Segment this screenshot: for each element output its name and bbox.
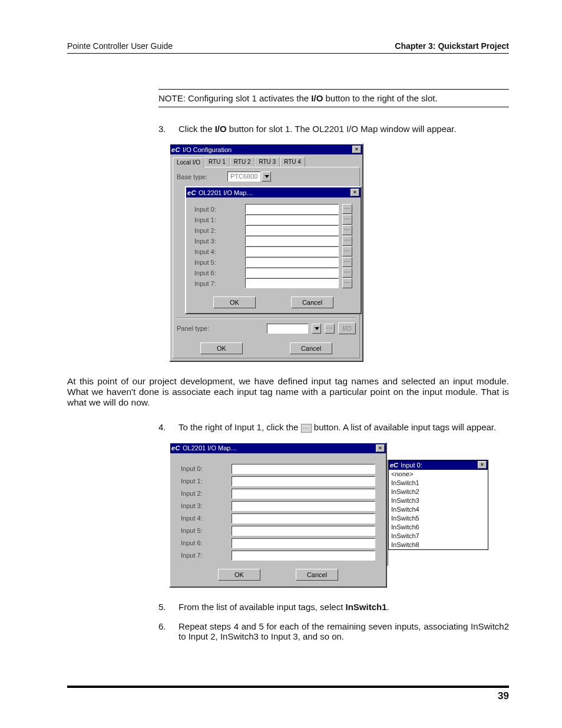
io-map-titlebar[interactable]: eC OL2201 I/O Map… × bbox=[186, 187, 361, 197]
io-config-titlebar[interactable]: eC I/O Configuration × bbox=[170, 144, 362, 154]
input-3-browse[interactable]: ··· bbox=[342, 236, 352, 246]
input-0-field[interactable] bbox=[245, 204, 339, 214]
input-2-label: Input 2: bbox=[194, 227, 242, 234]
step-6-num: 6. bbox=[158, 621, 169, 641]
tab-rtu3[interactable]: RTU 3 bbox=[254, 157, 280, 167]
note-prefix: NOTE: Configuring slot 1 activates the bbox=[158, 93, 311, 103]
note-box: NOTE: Configuring slot 1 activates the I… bbox=[158, 89, 509, 107]
tab-local-io[interactable]: Local I/O bbox=[173, 157, 204, 167]
input-5-browse[interactable]: ··· bbox=[342, 257, 352, 267]
popup-titlebar[interactable]: eC Input 0: × bbox=[389, 460, 488, 470]
close-icon[interactable]: × bbox=[376, 444, 385, 452]
input-7-label: Input 7: bbox=[181, 552, 228, 559]
ok-button[interactable]: OK bbox=[218, 569, 260, 581]
step-5-num: 5. bbox=[158, 602, 169, 612]
input-3-field[interactable] bbox=[232, 501, 375, 511]
cancel-button[interactable]: Cancel bbox=[290, 342, 332, 354]
base-type-label: Base type: bbox=[177, 173, 224, 180]
option-inswitch4[interactable]: InSwitch4 bbox=[389, 505, 488, 514]
option-inswitch6[interactable]: InSwitch6 bbox=[389, 523, 488, 532]
io-map-2-title-plain: OL2201 I/O Map… bbox=[183, 444, 237, 452]
input-4-label: Input 4: bbox=[194, 248, 242, 255]
input-6-field[interactable] bbox=[232, 538, 375, 548]
step-3: 3. Click the I/O button for slot 1. The … bbox=[158, 124, 509, 134]
note-suffix: button to the right of the slot. bbox=[323, 93, 437, 103]
input-0-label: Input 0: bbox=[181, 465, 228, 472]
io-config-title-italic: eC bbox=[171, 146, 180, 153]
input-2-label: Input 2: bbox=[181, 490, 228, 497]
option-inswitch2[interactable]: InSwitch2 bbox=[389, 487, 488, 496]
panel-type-browse[interactable]: ··· bbox=[325, 324, 335, 334]
popup-title-plain: Input 0: bbox=[401, 462, 422, 469]
input-3-field[interactable] bbox=[245, 236, 339, 246]
ellipsis-icon: ··· bbox=[301, 424, 312, 433]
tab-rtu4[interactable]: RTU 4 bbox=[280, 157, 305, 167]
ok-button[interactable]: OK bbox=[213, 297, 256, 308]
step-4-num: 4. bbox=[158, 422, 169, 433]
panel-type-field[interactable] bbox=[267, 324, 308, 334]
panel-type-label: Panel type: bbox=[177, 325, 224, 332]
input-1-field[interactable] bbox=[232, 476, 375, 486]
input-1-field[interactable] bbox=[245, 215, 339, 225]
option-inswitch8[interactable]: InSwitch8 bbox=[389, 541, 488, 549]
mid-paragraph: At this point of our project development… bbox=[67, 376, 509, 408]
close-icon[interactable]: × bbox=[478, 461, 487, 469]
io-config-panel: Base type: PTC6800 eC OL2201 I/O Map… × bbox=[173, 167, 360, 358]
chevron-down-icon[interactable] bbox=[262, 172, 271, 182]
base-type-value[interactable]: PTC6800 bbox=[227, 172, 260, 182]
input-6-label: Input 6: bbox=[181, 539, 228, 546]
input-1-browse[interactable]: ··· bbox=[342, 215, 352, 225]
option-inswitch7[interactable]: InSwitch7 bbox=[389, 532, 488, 541]
input-7-browse[interactable]: ··· bbox=[342, 278, 352, 288]
page-number: 39 bbox=[498, 690, 509, 701]
chevron-down-icon[interactable] bbox=[312, 324, 321, 334]
input-2-browse[interactable]: ··· bbox=[342, 225, 352, 235]
input-0-field[interactable] bbox=[232, 464, 375, 474]
cancel-button[interactable]: Cancel bbox=[296, 569, 338, 581]
input-2-field[interactable] bbox=[245, 225, 339, 235]
step-6-text: Repeat steps 4 and 5 for each of the rem… bbox=[178, 621, 509, 641]
input-7-label: Input 7: bbox=[194, 280, 242, 287]
input-4-browse[interactable]: ··· bbox=[342, 246, 352, 256]
input-4-field[interactable] bbox=[232, 513, 375, 523]
option-inswitch3[interactable]: InSwitch3 bbox=[389, 496, 488, 505]
input-0-browse[interactable]: ··· bbox=[342, 204, 352, 214]
option-inswitch5[interactable]: InSwitch5 bbox=[389, 514, 488, 523]
option-none[interactable]: <none> bbox=[389, 470, 488, 479]
input-5-field[interactable] bbox=[232, 526, 375, 536]
close-icon[interactable]: × bbox=[351, 189, 359, 196]
tab-rtu2[interactable]: RTU 2 bbox=[230, 157, 255, 167]
io-map-2-titlebar[interactable]: eC OL2201 I/O Map… × bbox=[170, 443, 386, 453]
cancel-button[interactable]: Cancel bbox=[291, 297, 333, 308]
input-4-field[interactable] bbox=[245, 246, 339, 256]
input-4-label: Input 4: bbox=[181, 515, 228, 522]
step-5: 5. From the list of available input tags… bbox=[158, 602, 509, 612]
close-icon[interactable]: × bbox=[352, 146, 361, 153]
figure-2: eC OL2201 I/O Map… × Input 0: Input 1: I… bbox=[169, 442, 509, 588]
input-1-label: Input 1: bbox=[181, 477, 228, 485]
option-inswitch1[interactable]: InSwitch1 bbox=[389, 479, 488, 487]
input-tag-popup: eC Input 0: × <none> InSwitch1 InSwitch2… bbox=[388, 460, 488, 550]
io-map-dialog-2: eC OL2201 I/O Map… × Input 0: Input 1: I… bbox=[169, 442, 387, 588]
input-6-field[interactable] bbox=[245, 268, 339, 278]
figure-1: eC I/O Configuration × Local I/O RTU 1 R… bbox=[169, 143, 509, 362]
popup-title-italic: eC bbox=[390, 462, 398, 469]
tab-strip: Local I/O RTU 1 RTU 2 RTU 3 RTU 4 bbox=[173, 157, 360, 167]
input-3-label: Input 3: bbox=[181, 502, 228, 509]
ok-button[interactable]: OK bbox=[200, 342, 243, 354]
input-6-browse[interactable]: ··· bbox=[342, 268, 352, 278]
io-button[interactable]: I/O bbox=[338, 322, 356, 334]
step-6: 6. Repeat steps 4 and 5 for each of the … bbox=[158, 621, 509, 641]
io-map-title-plain: OL2201 I/O Map… bbox=[199, 189, 253, 196]
step-3-num: 3. bbox=[158, 124, 169, 134]
tab-rtu1[interactable]: RTU 1 bbox=[204, 157, 230, 167]
input-7-field[interactable] bbox=[245, 278, 339, 288]
io-map-2-title-italic: eC bbox=[171, 444, 180, 452]
note-bold-io: I/O bbox=[311, 93, 323, 103]
input-2-field[interactable] bbox=[232, 489, 375, 499]
header-right: Chapter 3: Quickstart Project bbox=[395, 41, 509, 51]
input-5-field[interactable] bbox=[245, 257, 339, 267]
input-5-label: Input 5: bbox=[194, 259, 242, 266]
io-map-dialog: eC OL2201 I/O Map… × Input 0:··· Input 1… bbox=[185, 186, 362, 314]
input-7-field[interactable] bbox=[232, 551, 375, 561]
